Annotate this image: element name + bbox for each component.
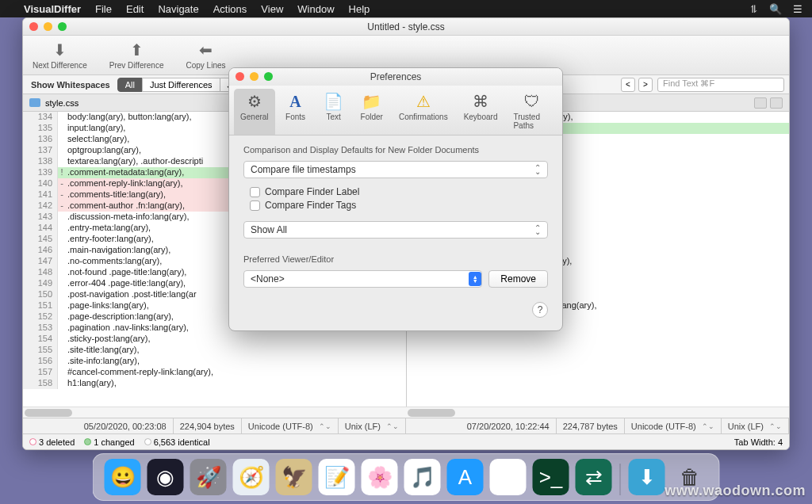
dock-launchpad[interactable]: 🚀 xyxy=(190,459,227,495)
menu-navigate[interactable]: Navigate xyxy=(158,3,198,15)
prefs-tab-trusted-paths[interactable]: 🛡Trusted Paths xyxy=(507,89,557,135)
nav-next-button[interactable]: > xyxy=(638,78,653,92)
status-bar: 05/20/2020, 00:23:08 224,904 bytes Unico… xyxy=(23,418,789,433)
minimize-window[interactable] xyxy=(44,22,52,31)
arrow-left-icon: ⬅ xyxy=(199,40,213,59)
prefs-tab-confirmations[interactable]: ⚠︎Confirmations xyxy=(393,89,454,135)
spotlight-icon[interactable]: 🔍 xyxy=(769,3,782,15)
deleted-count: 3 deleted xyxy=(29,437,75,447)
copy-lines-button[interactable]: ⬅Copy Lines xyxy=(186,40,226,70)
dock-siri[interactable]: ◉ xyxy=(147,459,184,495)
dock-safari[interactable]: 🧭 xyxy=(233,459,270,495)
left-encoding-select[interactable]: Unicode (UTF-8)⌃⌄ xyxy=(242,418,339,433)
prefs-toolbar: ⚙︎GeneralAFonts📄Text📁Folder⚠︎Confirmatio… xyxy=(229,86,562,136)
summary-bar: 3 deleted 1 changed 6,563 identical Tab … xyxy=(23,433,789,449)
dock-downloads[interactable]: ⬇ xyxy=(629,459,665,495)
compare-mode-select[interactable]: Compare file timestamps⌃⌄ xyxy=(243,161,548,178)
toggle-icon[interactable]: ⥮ xyxy=(749,3,758,15)
dock-notes[interactable]: 📝 xyxy=(319,459,355,495)
menu-view[interactable]: View xyxy=(261,3,283,15)
next-difference-button[interactable]: ⬇Next Difference xyxy=(33,40,87,70)
dock-mail[interactable]: 🦅 xyxy=(276,459,312,495)
viewer-editor-select[interactable]: <None>▲▼ xyxy=(243,270,482,288)
prefs-zoom[interactable] xyxy=(264,72,273,81)
prev-difference-button[interactable]: ⬆Prev Difference xyxy=(109,40,164,70)
changed-count: 1 changed xyxy=(84,437,134,447)
prefs-titlebar: Preferences xyxy=(229,68,562,86)
preferences-window: Preferences ⚙︎GeneralAFonts📄Text📁Folder⚠… xyxy=(228,67,563,331)
code-line[interactable]: 154.sticky-post:lang(ary), xyxy=(23,334,406,345)
prefs-tab-general[interactable]: ⚙︎General xyxy=(234,89,275,135)
arrow-up-icon: ⬆ xyxy=(130,40,144,59)
show-whitespaces-label[interactable]: Show Whitespaces xyxy=(23,80,118,90)
close-window[interactable] xyxy=(29,22,38,31)
find-text-input[interactable]: Find Text ⌘F xyxy=(657,78,784,92)
dock-terminal[interactable]: >_ xyxy=(533,459,569,495)
viewer-editor-label: Preferred Viewer/Editor xyxy=(243,254,548,264)
left-bytes: 224,904 bytes xyxy=(174,418,242,433)
folder-icon xyxy=(29,98,40,107)
identical-count: 6,563 identical xyxy=(144,437,210,447)
right-bytes: 224,787 bytes xyxy=(557,418,625,433)
dock-appstore[interactable]: A xyxy=(447,459,484,495)
menu-help[interactable]: Help xyxy=(349,3,370,15)
window-titlebar: Untitled - style.css xyxy=(23,18,789,36)
path-browse-icon[interactable] xyxy=(754,97,767,109)
menu-actions[interactable]: Actions xyxy=(213,3,247,15)
prefs-tab-keyboard[interactable]: ⌘Keyboard xyxy=(458,89,504,135)
dock-music[interactable]: 🎵 xyxy=(404,459,441,495)
menu-file[interactable]: File xyxy=(95,3,112,15)
tab-width-label: Tab Width: 4 xyxy=(734,437,783,447)
right-date: 07/20/2020, 10:22:44 xyxy=(461,418,557,433)
arrow-down-icon: ⬇ xyxy=(53,40,67,59)
dock-maps[interactable]: ⛰ xyxy=(490,459,527,495)
path-menu-icon[interactable] xyxy=(770,97,783,109)
dock-visualdiffer[interactable]: ⇄ xyxy=(576,459,612,495)
menu-window[interactable]: Window xyxy=(297,3,334,15)
help-button[interactable]: ? xyxy=(532,302,548,318)
compare-finder-label-checkbox[interactable]: Compare Finder Label xyxy=(250,186,548,197)
dock: 😀◉🚀🧭🦅📝🌸🎵A⛰>_⇄⬇🗑 xyxy=(93,453,720,501)
left-eol-select[interactable]: Unix (LF)⌃⌄ xyxy=(339,418,406,433)
right-scrollbar[interactable] xyxy=(406,407,789,418)
dock-finder[interactable]: 😀 xyxy=(105,459,141,495)
app-menu[interactable]: VisualDiffer xyxy=(24,3,81,15)
compare-finder-tags-checkbox[interactable]: Compare Finder Tags xyxy=(250,200,548,211)
nav-prev-button[interactable]: < xyxy=(621,78,635,92)
right-eol-select[interactable]: Unix (LF)⌃⌄ xyxy=(722,418,789,433)
mac-menubar: VisualDiffer File Edit Navigate Actions … xyxy=(0,0,812,17)
dock-photos[interactable]: 🌸 xyxy=(362,459,398,495)
right-encoding-select[interactable]: Unicode (UTF-8)⌃⌄ xyxy=(625,418,722,433)
remove-button[interactable]: Remove xyxy=(488,270,548,288)
code-line[interactable]: 157#cancel-comment-reply-link:lang(ary), xyxy=(23,367,406,378)
segment-just-differences[interactable]: Just Differences xyxy=(142,78,220,92)
menu-edit[interactable]: Edit xyxy=(126,3,144,15)
watermark: www.waodown.com xyxy=(665,483,806,499)
code-line[interactable]: 158h1:lang(ary), xyxy=(23,378,406,389)
prefs-section-label: Comparison and Display Defaults for New … xyxy=(243,145,548,155)
left-date: 05/20/2020, 00:23:08 xyxy=(78,418,174,433)
zoom-window[interactable] xyxy=(58,22,67,31)
left-scrollbar[interactable] xyxy=(23,407,406,418)
window-title: Untitled - style.css xyxy=(367,21,444,32)
prefs-tab-fonts[interactable]: AFonts xyxy=(278,89,313,135)
code-line[interactable]: 156.site-info:lang(ary), xyxy=(23,356,406,367)
show-all-select[interactable]: Show All⌃⌄ xyxy=(243,221,548,239)
segment-all[interactable]: All xyxy=(117,78,143,92)
prefs-tab-folder[interactable]: 📁Folder xyxy=(354,89,389,135)
prefs-tab-text[interactable]: 📄Text xyxy=(316,89,351,135)
prefs-close[interactable] xyxy=(236,72,244,81)
control-center-icon[interactable]: ☰ xyxy=(793,3,802,15)
prefs-minimize[interactable] xyxy=(250,72,259,81)
code-line[interactable]: 155.site-title:lang(ary), xyxy=(23,345,406,356)
